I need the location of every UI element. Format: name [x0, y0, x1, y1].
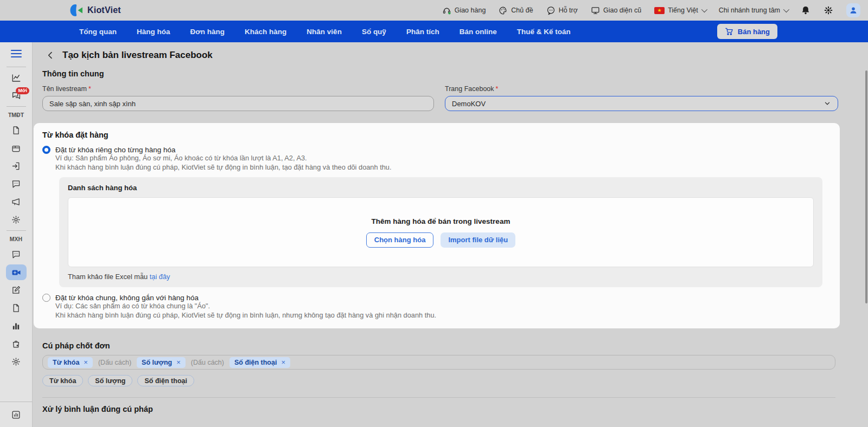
excel-template-link[interactable]: tại đây [150, 273, 170, 281]
facebook-page-value: DemoKOV [452, 100, 486, 108]
sidebar-item-social-shop[interactable] [0, 335, 32, 353]
theme-label: Chủ đề [511, 7, 533, 14]
language-menu[interactable]: ★ Tiếng Việt [654, 7, 706, 14]
sidebar-item-ecom-settings[interactable] [0, 211, 32, 229]
menu-toggle-button[interactable] [0, 42, 32, 65]
option-shared-keyword[interactable]: Đặt từ khóa chung, không gắn với hàng hó… [42, 294, 831, 302]
nav-hang-hoa[interactable]: Hàng hóa [137, 28, 170, 36]
nav-don-hang[interactable]: Đơn hàng [190, 28, 225, 36]
support-label: Hỗ trợ [559, 7, 578, 14]
sidebar-item-ecom-comments[interactable] [0, 175, 32, 193]
sidebar-item-social-settings[interactable] [0, 353, 32, 371]
sidebar-item-ecom-marketing[interactable] [0, 193, 32, 211]
theme-icon [499, 6, 508, 15]
available-token-quantity[interactable]: Số lượng [88, 375, 132, 386]
video-camera-icon [11, 268, 21, 277]
chart-line-icon [11, 73, 21, 83]
gear-icon [824, 5, 833, 15]
keywords-card: Từ khóa đặt hàng Đặt từ khóa riêng cho t… [34, 123, 840, 328]
sidebar-item-social-orders[interactable] [0, 299, 32, 317]
divider [7, 67, 26, 67]
nav-nhan-vien[interactable]: Nhân viên [307, 28, 342, 36]
nav-ban-online[interactable]: Bán online [459, 28, 497, 36]
topbar: KiotViet Giao hàng Chủ đề Hỗ trợ [0, 0, 868, 21]
user-avatar[interactable] [846, 3, 860, 17]
bell-icon [801, 5, 810, 15]
sidebar-item-social-report[interactable] [0, 317, 32, 335]
available-token-keyword[interactable]: Từ khóa [42, 375, 83, 386]
vietnam-flag-icon: ★ [654, 7, 665, 14]
new-badge: Mới [16, 87, 29, 94]
sidebar-item-social-comments[interactable] [0, 245, 32, 263]
branch-menu[interactable]: Chi nhánh trung tâm [719, 7, 788, 14]
sidebar-item-overview[interactable] [0, 69, 32, 87]
facebook-page-label: Trang Facebook* [445, 85, 838, 93]
support-menu[interactable]: Hỗ trợ [546, 6, 578, 15]
required-asterisk: * [88, 85, 91, 93]
theme-menu[interactable]: Chủ đề [499, 6, 533, 15]
syntax-tokens-input[interactable]: Từ khóa × (Dấu cách) Số lượng × (Dấu các… [42, 355, 835, 370]
product-list-empty-state: Thêm hàng hóa để bán trong livestream Ch… [68, 197, 814, 267]
remove-token-icon[interactable]: × [176, 359, 181, 366]
option-per-product[interactable]: Đặt từ khóa riêng cho từng hàng hóa [42, 146, 831, 154]
empty-state-title: Thêm hàng hóa để bán trong livestream [372, 217, 510, 225]
back-button[interactable] [46, 51, 55, 60]
left-sidebar: Mới TMĐT [0, 42, 33, 427]
import-file-button[interactable]: Import file dữ liệu [441, 232, 515, 248]
support-icon [546, 6, 556, 15]
megaphone-icon [11, 197, 21, 206]
sidebar-item-livestream[interactable] [0, 263, 32, 281]
token-quantity: Số lượng × [137, 357, 186, 368]
divider [42, 397, 835, 398]
nav-khach-hang[interactable]: Khách hàng [245, 28, 286, 36]
nav-so-quy[interactable]: Sổ quỹ [362, 28, 386, 36]
sidebar-item-chat-new[interactable]: Mới [0, 87, 32, 105]
storage-box-icon [11, 144, 21, 153]
delivery-menu[interactable]: Giao hàng [442, 6, 486, 15]
divider [7, 106, 26, 107]
comment-dots-icon [11, 250, 21, 259]
sidebar-item-reports[interactable] [0, 402, 32, 427]
delivery-label: Giao hàng [455, 7, 486, 14]
choose-products-button[interactable]: Chọn hàng hóa [366, 232, 434, 248]
nav-thue-ke-toan[interactable]: Thuế & Kế toán [517, 28, 571, 36]
hamburger-icon [11, 48, 22, 60]
sidebar-item-ecom-sync[interactable] [0, 157, 32, 175]
remove-token-icon[interactable]: × [84, 359, 88, 366]
old-ui-label: Giao diện cũ [603, 7, 641, 14]
nav-tong-quan[interactable]: Tổng quan [79, 28, 117, 36]
chevron-down-icon [824, 100, 831, 107]
remove-token-icon[interactable]: × [281, 359, 285, 366]
available-token-phone[interactable]: Số điện thoại [137, 375, 194, 386]
document-icon [11, 303, 21, 313]
livestream-name-input[interactable]: Sale sập sàn, xinh sập xình [42, 96, 434, 111]
sidebar-item-posts[interactable] [0, 281, 32, 299]
notifications-button[interactable] [801, 5, 810, 15]
syntax-section-heading: Cú pháp chốt đơn [42, 341, 868, 350]
user-icon [849, 6, 858, 15]
required-asterisk: * [496, 85, 499, 93]
sell-button[interactable]: Bán hàng [717, 24, 777, 39]
option-per-product-hint-2: Khi khách hàng bình luận đúng cú pháp, K… [55, 163, 831, 172]
chart-box-icon [11, 410, 21, 419]
language-label: Tiếng Việt [668, 7, 698, 14]
sidebar-item-ecom-orders[interactable] [0, 121, 32, 139]
settings-button[interactable] [824, 5, 833, 15]
radio-selected-icon[interactable] [42, 146, 50, 154]
nav-phan-tich[interactable]: Phân tích [406, 28, 439, 36]
main-navbar: Tổng quan Hàng hóa Đơn hàng Khách hàng N… [0, 21, 868, 42]
cart-icon [725, 27, 733, 36]
facebook-page-select[interactable]: DemoKOV [445, 96, 838, 111]
product-list-heading: Danh sách hàng hóa [68, 184, 814, 192]
radio-unselected-icon[interactable] [42, 294, 50, 302]
gear-icon [11, 215, 21, 224]
edit-icon [11, 286, 21, 295]
sidebar-item-ecom-stock[interactable] [0, 139, 32, 157]
kiotviet-logo-icon [69, 4, 84, 17]
old-ui-menu[interactable]: Giao diện cũ [591, 6, 641, 15]
processing-section-heading: Xử lý bình luận đúng cú pháp [42, 405, 868, 413]
monitor-icon [591, 6, 600, 15]
bar-chart-icon [11, 321, 21, 331]
sell-button-label: Bán hàng [738, 28, 770, 36]
vertical-scrollbar[interactable] [865, 70, 867, 303]
